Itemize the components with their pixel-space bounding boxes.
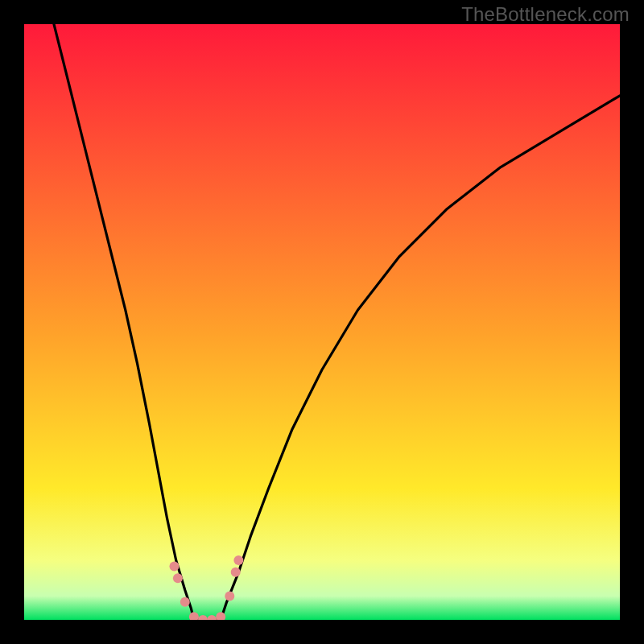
- chart-background: [24, 24, 620, 620]
- marker-9: [233, 555, 243, 565]
- marker-7: [225, 591, 234, 601]
- marker-1: [173, 573, 183, 583]
- chart-svg: [24, 24, 620, 620]
- watermark-text: TheBottleneck.com: [461, 3, 630, 26]
- chart-plot: [24, 24, 620, 620]
- figure-frame: TheBottleneck.com: [0, 0, 644, 644]
- marker-0: [169, 561, 179, 571]
- marker-8: [231, 568, 241, 577]
- marker-2: [180, 597, 190, 607]
